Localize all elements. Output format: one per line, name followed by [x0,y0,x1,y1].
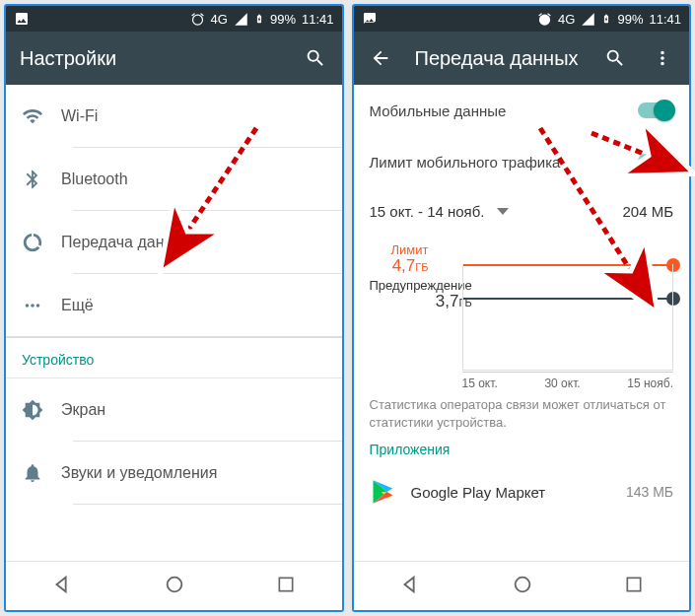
settings-item-more[interactable]: Ещё [6,274,342,336]
settings-item-label: Звуки и уведомления [61,464,217,482]
screenshot-right: 4G 99% 11:41 Передача данных Мобильные д… [352,4,692,612]
mobile-data-switch[interactable] [638,103,673,118]
settings-list: Wi-Fi Bluetooth Передача данных Ещё Устр… [6,85,342,561]
search-button[interactable] [602,45,628,71]
limit-switch[interactable] [638,154,673,170]
search-button[interactable] [303,45,328,71]
status-bar: 4G 99% 11:41 [6,6,342,32]
limit-row[interactable]: Лимит мобильного трафика [370,136,674,187]
mobile-data-row[interactable]: Мобильные данные [370,85,674,136]
settings-item-data-usage[interactable]: Передача данных [6,211,342,273]
image-icon [362,11,378,27]
settings-item-label: Передача данных [61,234,192,251]
clock: 11:41 [649,12,681,27]
axis-tick: 15 нояб. [627,376,673,390]
network-label: 4G [558,12,575,27]
data-usage-content: Мобильные данные Лимит мобильного трафик… [354,85,690,561]
warn-name: Предупреждение [370,278,472,293]
page-title: Передача данных [415,47,582,70]
more-vert-icon [652,47,673,69]
section-header-device: Устройство [6,338,342,378]
usage-chart: Лимит 4,7ГБ Предупреждение 3,7ГБ 15 окт.… [370,242,674,390]
disclaimer: Статистика оператора связи может отличат… [370,396,674,432]
battery-charging-icon [601,11,611,27]
settings-item-display[interactable]: Экран [6,378,342,441]
clock: 11:41 [302,12,334,27]
mobile-data-label: Мобильные данные [370,103,507,119]
svg-rect-3 [627,578,640,590]
bluetooth-icon [22,169,43,190]
page-title: Настройки [20,47,281,70]
settings-item-bluetooth[interactable]: Bluetooth [6,148,342,210]
period-dropdown[interactable]: 15 окт. - 14 нояб. [370,203,509,220]
limit-name: Лимит [391,242,429,257]
nav-home[interactable] [164,574,185,599]
usage-total: 204 МБ [622,203,673,220]
app-bar: Настройки [6,32,342,85]
limit-label: Лимит мобильного трафика [370,154,561,171]
svg-point-0 [168,577,182,591]
overflow-button[interactable] [650,45,675,71]
search-icon [305,47,326,69]
arrow-back-icon [370,47,391,69]
wifi-icon [22,105,43,127]
alarm-icon [190,12,205,27]
search-icon [604,47,626,69]
app-name: Google Play Маркет [411,484,612,501]
battery-pct: 99% [270,12,296,27]
brightness-icon [22,399,43,421]
status-bar: 4G 99% 11:41 [354,6,690,32]
nav-recents[interactable] [276,575,296,598]
axis-tick: 30 окт. [544,376,580,390]
apps-header: Приложения [370,442,674,457]
data-usage-icon [22,232,43,253]
google-play-icon [370,478,397,506]
app-bar: Передача данных [354,32,690,85]
nav-recents[interactable] [624,575,644,598]
network-label: 4G [211,12,228,27]
notifications-icon [22,462,43,484]
screenshot-left: 4G 99% 11:41 Настройки Wi-Fi Bluetooth [4,4,344,612]
back-button[interactable] [368,45,393,71]
nav-back[interactable] [399,574,421,599]
settings-item-label: Bluetooth [61,171,128,188]
settings-item-wifi[interactable]: Wi-Fi [6,85,342,147]
nav-home[interactable] [512,574,533,599]
app-usage: 143 МБ [626,484,673,500]
period-value: 15 окт. - 14 нояб. [370,203,485,220]
settings-item-label: Ещё [61,297,94,314]
svg-point-2 [515,577,529,591]
settings-item-label: Экран [61,401,105,419]
nav-bar [6,561,342,610]
battery-pct: 99% [617,12,643,27]
signal-icon [234,12,248,27]
axis-tick: 15 окт. [462,376,498,390]
more-horiz-icon [22,295,43,316]
settings-item-sound[interactable]: Звуки и уведомления [6,442,342,504]
signal-icon [581,12,595,27]
nav-back[interactable] [51,574,73,599]
svg-rect-1 [280,578,293,590]
settings-item-label: Wi-Fi [61,107,98,125]
nav-bar [354,561,690,610]
chevron-down-icon [497,208,509,215]
image-icon [14,11,30,27]
battery-charging-icon [254,11,264,27]
alarm-icon [537,12,552,27]
app-row-play[interactable]: Google Play Маркет 143 МБ [370,463,674,520]
